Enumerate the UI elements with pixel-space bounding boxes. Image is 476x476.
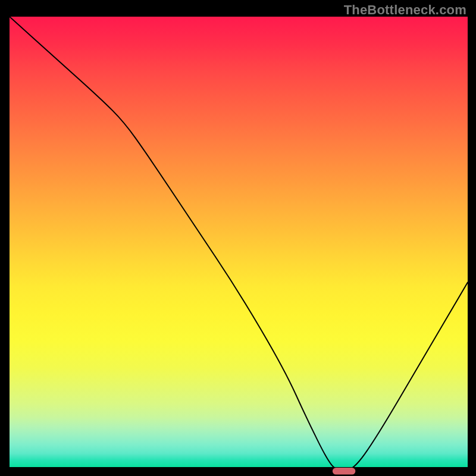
chart-svg [10,17,468,475]
optimal-marker [333,468,356,475]
plot-area [10,17,468,467]
chart-container: TheBottleneck.com [0,0,476,476]
bottleneck-curve [10,17,468,470]
watermark-text: TheBottleneck.com [344,2,466,18]
